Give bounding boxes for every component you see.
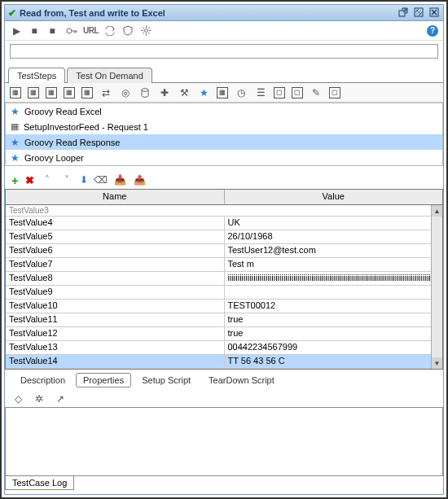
tab-properties[interactable]: Properties (76, 373, 131, 387)
tool-wrench-icon[interactable]: ⚒ (178, 86, 191, 99)
property-value-cell[interactable]: 26/10/1968 (225, 230, 443, 243)
teststep-item[interactable]: ★Groovy Looper (6, 150, 442, 165)
tool-star-icon[interactable]: ★ (197, 86, 210, 99)
property-value-cell[interactable]: true (225, 313, 443, 326)
property-row[interactable]: TestValue4UK (6, 217, 442, 230)
abort-button[interactable]: ■ (46, 24, 59, 37)
scrollbar[interactable]: ▲ ▼ (431, 205, 442, 369)
tool-window3-icon[interactable]: ▢ (329, 87, 340, 98)
prop-export-icon[interactable]: 📤 (134, 173, 147, 186)
property-value-cell[interactable]: true (225, 327, 443, 340)
tab-teststeps[interactable]: TestSteps (8, 68, 65, 83)
property-row[interactable]: TestValue1300442234567999 (6, 341, 442, 355)
property-row[interactable]: TestValue6TestUser12@test.com (6, 244, 442, 258)
log-options-icon[interactable]: ✲ (33, 392, 46, 405)
detach-icon[interactable] (397, 7, 409, 18)
property-name-cell[interactable]: TestValue6 (6, 244, 225, 257)
property-name-cell[interactable]: TestValue14 (6, 355, 225, 368)
tab-teardownscript[interactable]: TearDown Script (201, 373, 282, 387)
tool-btn-5[interactable]: ▦ (81, 87, 93, 98)
tab-testondemand[interactable]: Test On Demand (67, 68, 152, 83)
col-value[interactable]: Value (225, 190, 443, 204)
property-name-cell[interactable]: TestValue5 (6, 230, 225, 243)
run-button[interactable]: ▶ (10, 24, 23, 37)
property-row[interactable]: TestValue11true (6, 313, 442, 327)
teststep-item[interactable]: ▦SetupInvestorFeed - Request 1 (6, 119, 442, 134)
teststep-item[interactable]: ★Groovy Read Excel (6, 103, 442, 119)
property-name-cell[interactable]: TestValue7 (6, 258, 225, 271)
log-area[interactable] (5, 407, 443, 476)
property-value-cell[interactable]: TEST00012 (225, 300, 443, 313)
prop-clear-icon[interactable]: ⌫ (94, 173, 108, 186)
partial-row-top[interactable]: TestValue3 (6, 205, 442, 217)
property-value-cell[interactable] (225, 286, 443, 299)
property-name-cell[interactable]: TestValue12 (6, 327, 225, 340)
col-name[interactable]: Name (6, 190, 225, 204)
property-value-cell[interactable]: iiiiiiiiiiiiiiiiiiiiiiiiiiiiiiiiiiiiiiii… (225, 272, 443, 285)
tool-list-icon[interactable]: ☰ (254, 86, 267, 99)
property-row[interactable]: TestValue12true (6, 327, 442, 341)
tool-btn-2[interactable]: ▦ (28, 87, 39, 98)
tool-arrows-icon[interactable]: ⇄ (99, 86, 112, 99)
prop-down-caret-icon[interactable]: ˅ (60, 173, 73, 186)
property-value-cell[interactable]: UK (225, 217, 443, 230)
log-clear-icon[interactable]: ◇ (11, 392, 24, 405)
property-row[interactable]: TestValue526/10/1968 (6, 230, 442, 244)
teststep-item[interactable]: ★Groovy Read Response (6, 134, 442, 150)
prop-down-arrow-icon[interactable]: ⬇ (80, 174, 88, 186)
property-value-cell[interactable]: TestUser12@test.com (225, 244, 443, 257)
property-row[interactable]: TestValue14TT 56 43 56 C (6, 355, 442, 369)
loop-icon[interactable] (103, 24, 116, 37)
prop-import-icon[interactable]: 📥 (114, 173, 127, 186)
maximize-icon[interactable] (413, 7, 424, 18)
add-property-button[interactable]: + (11, 173, 19, 187)
log-toolbar: ◇ ✲ ↗ (5, 391, 443, 407)
property-value-cell[interactable]: Test m (225, 258, 443, 271)
tool-btn-1[interactable]: ▦ (10, 87, 21, 98)
tool-window-icon[interactable]: ▢ (274, 87, 285, 98)
tool-clock-icon[interactable]: ◷ (235, 86, 248, 99)
scroll-up-button[interactable]: ▲ (432, 205, 442, 217)
property-row[interactable]: TestValue10TEST00012 (6, 300, 442, 313)
property-name-cell[interactable]: TestValue9 (6, 286, 225, 299)
property-row[interactable]: TestValue9 (6, 286, 442, 300)
main-toolbar: ▶ ■ ■ URL ? (5, 21, 443, 41)
property-value-cell[interactable]: 00442234567999 (225, 341, 443, 354)
status-check-icon: ✔ (8, 7, 16, 19)
tool-window2-icon[interactable]: ▢ (292, 87, 303, 98)
tab-setupscript[interactable]: Setup Script (134, 373, 198, 387)
filter-row (5, 41, 443, 65)
property-name-cell[interactable]: TestValue8 (6, 272, 225, 285)
shield-icon[interactable] (121, 24, 134, 37)
teststeps-list[interactable]: ★Groovy Read Excel▦SetupInvestorFeed - R… (5, 103, 443, 166)
tab-testcaselog[interactable]: TestCase Log (5, 475, 74, 490)
property-name-cell[interactable]: TestValue13 (6, 341, 225, 354)
prop-up-caret-icon[interactable]: ˄ (41, 173, 54, 186)
help-button[interactable]: ? (427, 25, 438, 37)
tool-grid-icon[interactable]: ▦ (217, 87, 228, 98)
close-icon[interactable] (428, 7, 440, 18)
tool-plus-icon[interactable]: ✚ (158, 86, 171, 99)
scroll-down-button[interactable]: ▼ (432, 357, 442, 369)
property-value-cell[interactable]: TT 56 43 56 C (225, 355, 443, 368)
property-name-cell[interactable]: TestValue11 (6, 313, 225, 326)
stop-button[interactable]: ■ (28, 24, 41, 37)
tool-target-icon[interactable]: ◎ (119, 86, 132, 99)
log-export-icon[interactable]: ↗ (54, 392, 67, 405)
tool-script-icon[interactable]: ✎ (310, 86, 323, 99)
tab-description[interactable]: Description (13, 373, 72, 387)
filter-input[interactable] (10, 44, 438, 59)
property-name-cell[interactable]: TestValue10 (6, 300, 225, 313)
tool-db-icon[interactable] (138, 86, 152, 99)
gear-icon[interactable] (139, 24, 152, 37)
url-button[interactable]: URL (83, 24, 99, 37)
grid-icon: ▦ (11, 121, 19, 132)
remove-property-button[interactable]: ✖ (25, 174, 34, 186)
property-row[interactable]: TestValue8iiiiiiiiiiiiiiiiiiiiiiiiiiiiii… (6, 272, 442, 286)
property-row[interactable]: TestValue7Test m (6, 258, 442, 272)
key-icon[interactable] (65, 24, 78, 37)
tool-btn-3[interactable]: ▦ (46, 87, 57, 98)
properties-grid[interactable]: Name Value TestValue3 TestValue4UKTestVa… (5, 189, 443, 370)
tool-btn-4[interactable]: ▦ (64, 87, 75, 98)
property-name-cell[interactable]: TestValue4 (6, 217, 225, 230)
